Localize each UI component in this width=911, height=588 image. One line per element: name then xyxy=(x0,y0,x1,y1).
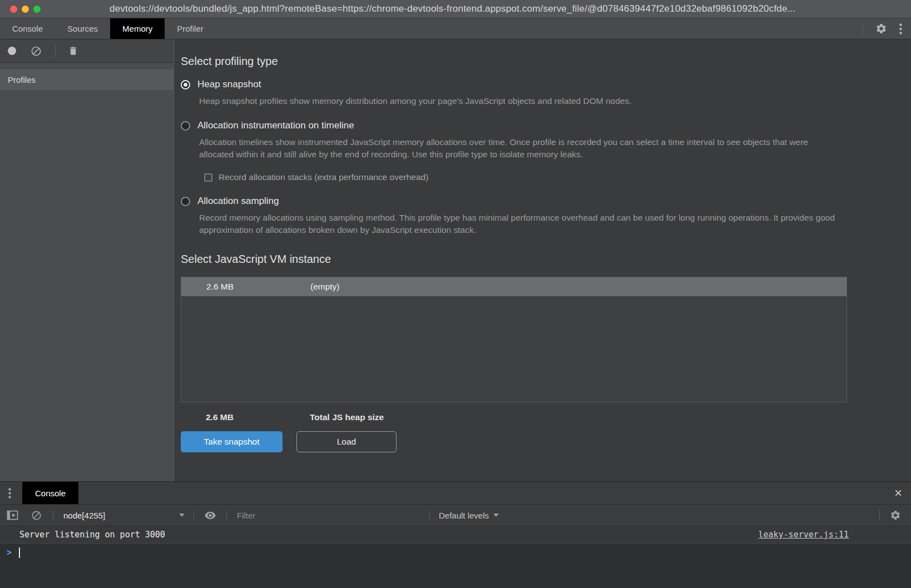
clear-profiles-icon[interactable] xyxy=(31,46,42,57)
memory-panel: Profiles Select profiling type Heap snap… xyxy=(0,39,911,481)
console-settings-gear-icon[interactable] xyxy=(890,510,901,521)
radio-heap-snapshot[interactable]: Heap snapshot xyxy=(181,79,911,90)
console-message-row: Server listening on port 3000 leaky-serv… xyxy=(0,526,911,544)
tab-console[interactable]: Console xyxy=(0,18,55,39)
vm-heap-size: 2.6 MB xyxy=(181,282,310,292)
profiling-type-heading: Select profiling type xyxy=(181,55,911,68)
settings-gear-icon[interactable] xyxy=(875,23,887,34)
profiles-toolbar xyxy=(0,39,174,63)
console-source-link[interactable]: leaky-server.js:11 xyxy=(758,530,911,540)
radio-allocation-instrumentation[interactable]: Allocation instrumentation on timeline xyxy=(181,120,911,131)
trash-icon[interactable] xyxy=(68,46,78,56)
more-options-kebab-icon[interactable] xyxy=(899,23,902,34)
option-description: Heap snapshot profiles show memory distr… xyxy=(199,95,844,107)
minimize-window-button[interactable] xyxy=(22,6,29,13)
log-levels-label: Default levels xyxy=(439,511,489,520)
toolbar-divider xyxy=(879,510,880,520)
drawer-tab-console[interactable]: Console xyxy=(22,482,78,504)
total-heap-size-label: Total JS heap size xyxy=(310,412,384,422)
console-toolbar: node[4255] Default levels xyxy=(0,505,911,526)
vm-instance-list: 2.6 MB (empty) xyxy=(181,277,847,402)
checkbox-label: Record allocation stacks (extra performa… xyxy=(219,172,428,182)
close-window-button[interactable] xyxy=(10,6,17,13)
toolbar-divider xyxy=(194,510,194,520)
console-prompt-area[interactable]: > xyxy=(0,544,911,588)
vm-name: (empty) xyxy=(310,282,340,292)
tab-sources[interactable]: Sources xyxy=(55,18,110,39)
record-profile-icon[interactable] xyxy=(8,47,16,55)
zoom-window-button[interactable] xyxy=(33,6,41,13)
vm-total-row: 2.6 MB Total JS heap size xyxy=(181,412,911,422)
vm-instance-heading: Select JavaScript VM instance xyxy=(181,253,911,266)
profiles-sidebar: Profiles xyxy=(0,39,174,481)
toolbar-divider xyxy=(226,510,227,520)
option-label: Heap snapshot xyxy=(197,79,261,90)
eye-live-expression-icon[interactable] xyxy=(204,511,216,520)
devtools-tabbar: Console Sources Memory Profiler xyxy=(0,18,911,39)
toolbar-divider xyxy=(53,510,53,520)
titlebar: devtools://devtools/bundled/js_app.html?… xyxy=(0,0,911,18)
close-drawer-icon[interactable]: × xyxy=(894,486,902,500)
profile-launcher-view: Select profiling type Heap snapshot Heap… xyxy=(174,39,911,481)
tab-profiler[interactable]: Profiler xyxy=(165,18,216,39)
console-filter-input[interactable] xyxy=(237,511,426,520)
option-label: Allocation sampling xyxy=(197,196,279,207)
console-prompt-chevron: > xyxy=(7,547,12,557)
option-label: Allocation instrumentation on timeline xyxy=(197,120,354,131)
vm-instance-row[interactable]: 2.6 MB (empty) xyxy=(181,277,846,296)
radio-button-icon[interactable] xyxy=(181,80,190,89)
checkbox-icon[interactable] xyxy=(204,173,212,182)
total-heap-size-value: 2.6 MB xyxy=(181,412,310,422)
toolbar-divider xyxy=(55,44,56,58)
console-drawer: Console × node[4255] Default levels xyxy=(0,481,911,588)
log-levels-dropdown[interactable]: Default levels xyxy=(439,511,499,520)
option-description: Record memory allocations using sampling… xyxy=(199,212,844,236)
console-message-text: Server listening on port 3000 xyxy=(0,530,165,540)
radio-allocation-sampling[interactable]: Allocation sampling xyxy=(181,196,911,207)
text-cursor xyxy=(19,547,20,558)
sidebar-item-profiles[interactable]: Profiles xyxy=(0,69,174,90)
radio-button-icon[interactable] xyxy=(181,121,190,131)
toolbar-divider xyxy=(429,510,430,520)
drawer-header: Console × xyxy=(0,482,911,505)
clear-console-icon[interactable] xyxy=(31,510,42,521)
load-button[interactable]: Load xyxy=(296,431,397,452)
execution-context-selector[interactable]: node[4255] xyxy=(63,511,185,520)
window-title-url: devtools://devtools/bundled/js_app.html?… xyxy=(110,3,911,14)
execution-context-label: node[4255] xyxy=(63,511,105,520)
drawer-menu-kebab-icon[interactable] xyxy=(0,482,19,504)
tab-memory[interactable]: Memory xyxy=(110,18,165,39)
radio-button-icon[interactable] xyxy=(181,197,190,206)
window-controls xyxy=(10,6,41,13)
toolbar-divider xyxy=(863,23,863,34)
option-description: Allocation timelines show instrumented J… xyxy=(199,136,844,161)
take-snapshot-button[interactable]: Take snapshot xyxy=(181,431,283,452)
console-context-frame-icon[interactable] xyxy=(7,510,19,521)
record-allocation-stacks-option[interactable]: Record allocation stacks (extra performa… xyxy=(204,172,911,182)
